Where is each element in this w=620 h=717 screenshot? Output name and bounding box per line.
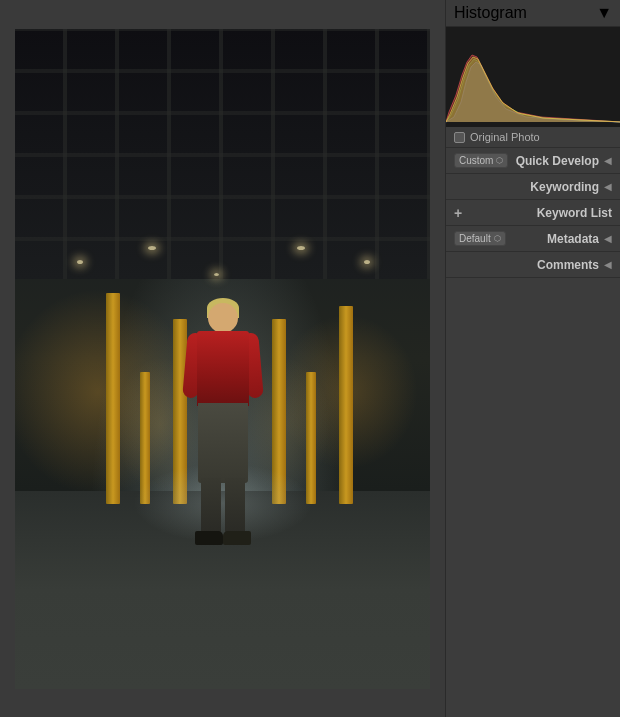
keywording-collapse[interactable]: ◀ [604,181,612,192]
quick-develop-collapse[interactable]: ◀ [604,155,612,166]
pillar-4 [339,306,353,504]
metadata-dropdown-arrow-icon: ⬡ [494,234,501,243]
ceiling-element [15,29,430,280]
histogram-canvas [446,27,620,127]
metadata-row: Default ⬡ Metadata ◀ [446,226,620,252]
quick-develop-label: Quick Develop [516,154,599,168]
histogram-collapse-arrow[interactable]: ▼ [596,4,612,22]
keywording-row: Keywording ◀ [446,174,620,200]
person-body [197,331,249,406]
metadata-collapse[interactable]: ◀ [604,233,612,244]
metadata-label: Metadata [547,232,599,246]
comments-row: Comments ◀ [446,252,620,278]
right-panel: Histogram ▼ Original Photo Custom ⬡ [445,0,620,717]
person-shoe-left [195,531,223,545]
histogram-header: Histogram ▼ [446,0,620,27]
comments-collapse[interactable]: ◀ [604,259,612,270]
person-shoe-right [223,531,251,545]
histogram-svg [446,27,620,127]
pillar-1 [106,293,120,504]
keywording-label: Keywording [530,180,599,194]
person-pants [198,403,248,483]
person-figure [178,303,268,543]
ceiling-light-1 [77,260,83,264]
keyword-list-add-button[interactable]: + [454,205,462,221]
metadata-dropdown[interactable]: Default ⬡ [454,231,506,246]
person-head [208,303,238,333]
original-photo-label: Original Photo [470,131,540,143]
keyword-list-label: Keyword List [537,206,612,220]
main-photo-area [0,0,445,717]
histogram-title: Histogram [454,4,527,22]
person-leg-left [201,478,221,533]
original-photo-row: Original Photo [446,127,620,148]
comments-label: Comments [537,258,599,272]
original-photo-checkbox[interactable] [454,132,465,143]
ceiling-light-4 [364,260,370,264]
person-leg-right [225,478,245,533]
keyword-list-row: + Keyword List [446,200,620,226]
pillar-6 [306,372,316,504]
ceiling-light-5 [214,273,219,276]
quick-develop-left: Custom ⬡ [454,153,508,168]
preset-dropdown[interactable]: Custom ⬡ [454,153,508,168]
quick-develop-row: Custom ⬡ Quick Develop ◀ [446,148,620,174]
dropdown-arrow-icon: ⬡ [496,156,503,165]
photo-container [15,29,430,689]
